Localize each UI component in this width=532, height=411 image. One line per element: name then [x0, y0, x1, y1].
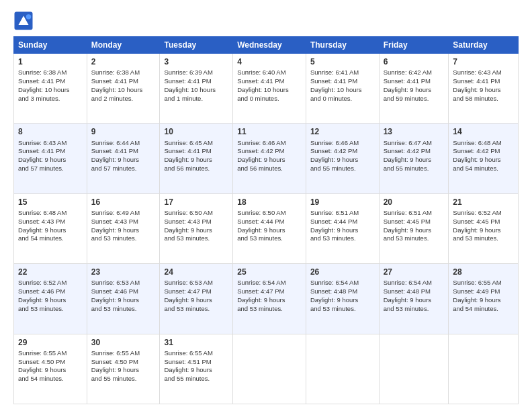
column-header-tuesday: Tuesday: [160, 37, 233, 54]
day-number: 21: [453, 197, 514, 208]
day-number: 31: [164, 337, 228, 348]
day-number: 25: [237, 267, 302, 277]
day-cell: 24Sunrise: 6:53 AMSunset: 4:47 PMDayligh…: [160, 264, 233, 334]
day-number: 20: [384, 197, 445, 208]
day-cell: 16Sunrise: 6:49 AMSunset: 4:43 PMDayligh…: [87, 193, 160, 263]
day-number: 6: [384, 56, 445, 67]
svg-point-2: [26, 14, 32, 19]
day-number: 13: [384, 126, 445, 137]
column-header-sunday: Sunday: [14, 37, 87, 54]
week-row-2: 8Sunrise: 6:43 AMSunset: 4:41 PMDaylight…: [14, 124, 519, 193]
day-number: 23: [91, 267, 156, 277]
day-cell: 25Sunrise: 6:54 AMSunset: 4:47 PMDayligh…: [233, 264, 306, 334]
day-cell: 1Sunrise: 6:38 AMSunset: 4:41 PMDaylight…: [14, 54, 87, 124]
day-cell: 31Sunrise: 6:55 AMSunset: 4:51 PMDayligh…: [160, 334, 233, 404]
day-cell: [449, 334, 519, 404]
day-cell: [379, 334, 449, 404]
day-cell: 7Sunrise: 6:43 AMSunset: 4:41 PMDaylight…: [449, 54, 519, 124]
column-header-friday: Friday: [379, 37, 449, 54]
day-number: 30: [91, 337, 156, 348]
column-header-monday: Monday: [87, 37, 160, 54]
day-cell: 5Sunrise: 6:41 AMSunset: 4:41 PMDaylight…: [306, 54, 379, 124]
day-cell: 17Sunrise: 6:50 AMSunset: 4:43 PMDayligh…: [160, 193, 233, 263]
day-cell: 21Sunrise: 6:52 AMSunset: 4:45 PMDayligh…: [449, 193, 519, 263]
day-cell: 8Sunrise: 6:43 AMSunset: 4:41 PMDaylight…: [14, 124, 87, 193]
day-number: 4: [237, 56, 302, 67]
day-cell: 26Sunrise: 6:54 AMSunset: 4:48 PMDayligh…: [306, 264, 379, 334]
day-number: 14: [453, 126, 514, 137]
day-number: 18: [237, 197, 302, 208]
day-cell: 22Sunrise: 6:52 AMSunset: 4:46 PMDayligh…: [14, 264, 87, 334]
day-cell: 9Sunrise: 6:44 AMSunset: 4:41 PMDaylight…: [87, 124, 160, 193]
day-number: 19: [310, 197, 375, 208]
day-number: 12: [310, 126, 375, 137]
day-number: 7: [453, 56, 514, 67]
day-cell: 12Sunrise: 6:46 AMSunset: 4:42 PMDayligh…: [306, 124, 379, 193]
day-cell: [233, 334, 306, 404]
day-cell: 3Sunrise: 6:39 AMSunset: 4:41 PMDaylight…: [160, 54, 233, 124]
day-cell: 4Sunrise: 6:40 AMSunset: 4:41 PMDaylight…: [233, 54, 306, 124]
day-cell: 14Sunrise: 6:48 AMSunset: 4:42 PMDayligh…: [449, 124, 519, 193]
header: [13, 11, 519, 31]
logo: [13, 11, 36, 31]
day-cell: [306, 334, 379, 404]
column-header-saturday: Saturday: [449, 37, 519, 54]
header-row: SundayMondayTuesdayWednesdayThursdayFrid…: [14, 37, 519, 54]
day-number: 10: [164, 126, 228, 137]
day-number: 29: [18, 337, 83, 348]
day-number: 11: [237, 126, 302, 137]
column-header-wednesday: Wednesday: [233, 37, 306, 54]
day-cell: 10Sunrise: 6:45 AMSunset: 4:41 PMDayligh…: [160, 124, 233, 193]
day-number: 28: [453, 267, 514, 277]
day-number: 2: [91, 56, 156, 67]
day-number: 8: [18, 126, 83, 137]
day-number: 27: [384, 267, 445, 277]
week-row-4: 22Sunrise: 6:52 AMSunset: 4:46 PMDayligh…: [14, 264, 519, 334]
day-cell: 6Sunrise: 6:42 AMSunset: 4:41 PMDaylight…: [379, 54, 449, 124]
calendar-body: 1Sunrise: 6:38 AMSunset: 4:41 PMDaylight…: [14, 54, 519, 404]
calendar-header: SundayMondayTuesdayWednesdayThursdayFrid…: [14, 37, 519, 54]
week-row-5: 29Sunrise: 6:55 AMSunset: 4:50 PMDayligh…: [14, 334, 519, 404]
day-cell: 2Sunrise: 6:38 AMSunset: 4:41 PMDaylight…: [87, 54, 160, 124]
day-number: 5: [310, 56, 375, 67]
day-cell: 13Sunrise: 6:47 AMSunset: 4:42 PMDayligh…: [379, 124, 449, 193]
day-number: 22: [18, 267, 83, 277]
day-number: 15: [18, 197, 83, 208]
day-number: 26: [310, 267, 375, 277]
day-cell: 19Sunrise: 6:51 AMSunset: 4:44 PMDayligh…: [306, 193, 379, 263]
week-row-1: 1Sunrise: 6:38 AMSunset: 4:41 PMDaylight…: [14, 54, 519, 124]
calendar-table: SundayMondayTuesdayWednesdayThursdayFrid…: [13, 36, 519, 404]
logo-icon: [13, 11, 34, 31]
day-cell: 15Sunrise: 6:48 AMSunset: 4:43 PMDayligh…: [14, 193, 87, 263]
column-header-thursday: Thursday: [306, 37, 379, 54]
day-number: 3: [164, 56, 228, 67]
day-number: 24: [164, 267, 228, 277]
day-number: 9: [91, 126, 156, 137]
day-cell: 18Sunrise: 6:50 AMSunset: 4:44 PMDayligh…: [233, 193, 306, 263]
day-cell: 20Sunrise: 6:51 AMSunset: 4:45 PMDayligh…: [379, 193, 449, 263]
day-cell: 28Sunrise: 6:55 AMSunset: 4:49 PMDayligh…: [449, 264, 519, 334]
day-cell: 29Sunrise: 6:55 AMSunset: 4:50 PMDayligh…: [14, 334, 87, 404]
week-row-3: 15Sunrise: 6:48 AMSunset: 4:43 PMDayligh…: [14, 193, 519, 263]
calendar-container: SundayMondayTuesdayWednesdayThursdayFrid…: [0, 0, 532, 411]
day-cell: 27Sunrise: 6:54 AMSunset: 4:48 PMDayligh…: [379, 264, 449, 334]
day-cell: 30Sunrise: 6:55 AMSunset: 4:50 PMDayligh…: [87, 334, 160, 404]
day-cell: 23Sunrise: 6:53 AMSunset: 4:46 PMDayligh…: [87, 264, 160, 334]
day-number: 16: [91, 197, 156, 208]
day-number: 1: [18, 56, 83, 67]
day-cell: 11Sunrise: 6:46 AMSunset: 4:42 PMDayligh…: [233, 124, 306, 193]
day-number: 17: [164, 197, 228, 208]
